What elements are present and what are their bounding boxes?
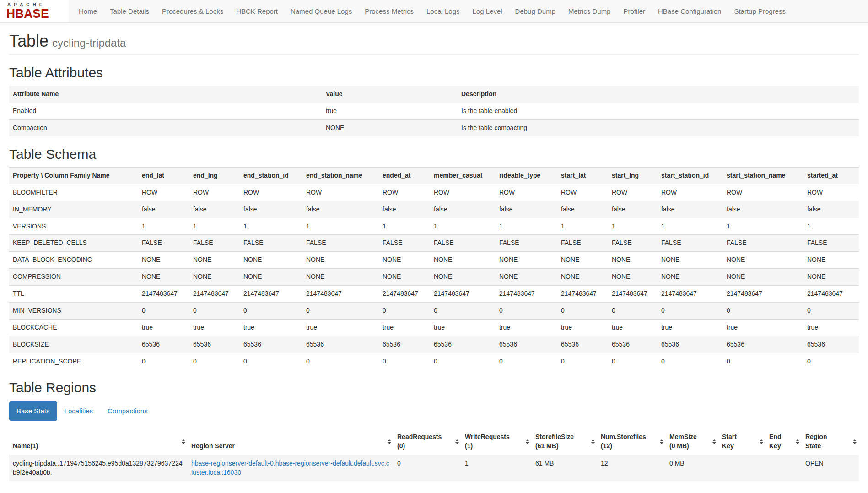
schema-value-cell: 1 [723, 218, 803, 235]
sort-down-arrow [796, 442, 799, 444]
region-server-cell: hbase-regionserver-default-0.hbase-regio… [188, 455, 394, 481]
nav-item-hbase-configuration[interactable]: HBase Configuration [652, 6, 728, 16]
regions-column-writerequests-1[interactable]: WriteRequests (1) [461, 429, 532, 455]
attribute-name-cell: Compaction [9, 119, 322, 136]
sort-up-arrow [182, 439, 185, 441]
schema-value-cell: 2147483647 [608, 286, 658, 303]
regions-column-label: Name(1) [13, 442, 38, 450]
nav-item-local-logs[interactable]: Local Logs [420, 6, 466, 16]
sort-down-arrow [660, 442, 663, 444]
regions-column-name-1[interactable]: Name(1) [9, 429, 188, 455]
table-row: COMPRESSIONNONENONENONENONENONENONENONEN… [9, 269, 859, 286]
sort-icon[interactable] [712, 439, 716, 444]
schema-value-cell: FALSE [658, 235, 723, 252]
nav-item-debug-dump[interactable]: Debug Dump [509, 6, 562, 16]
sort-icon[interactable] [591, 439, 595, 444]
table-row: EnabledtrueIs the table enabled [9, 103, 859, 119]
nav-item-process-metrics[interactable]: Process Metrics [358, 6, 420, 16]
table-row: VERSIONS111111111111 [9, 218, 859, 235]
nav-item-home[interactable]: Home [72, 6, 103, 16]
regions-column-readrequests-0[interactable]: ReadRequests (0) [394, 429, 461, 455]
regions-column-num-storefiles-12[interactable]: Num.Storefiles (12) [597, 429, 666, 455]
attribute-description-cell: Is the table enabled [458, 103, 859, 119]
schema-value-cell: 65536 [658, 336, 723, 353]
schema-value-cell: 65536 [138, 336, 189, 353]
sort-icon[interactable] [455, 439, 459, 444]
nav-item-procedures-locks[interactable]: Procedures & Locks [156, 6, 230, 16]
nav-menu: HomeTable DetailsProcedures & LocksHBCK … [72, 0, 792, 22]
schema-value-cell: 2147483647 [189, 286, 240, 303]
schema-value-cell: ROW [496, 184, 557, 201]
regions-column-label: WriteRequests (1) [465, 433, 510, 450]
page-title-text: Table [9, 32, 49, 50]
schema-value-cell: NONE [803, 252, 859, 269]
sort-icon[interactable] [388, 439, 391, 444]
nav-item-named-queue-logs[interactable]: Named Queue Logs [284, 6, 358, 16]
schema-value-cell: 0 [557, 353, 608, 370]
schema-value-cell: 0 [240, 303, 302, 320]
schema-value-cell: NONE [608, 269, 658, 286]
table-row: BLOOMFILTERROWROWROWROWROWROWROWROWROWRO… [9, 184, 859, 201]
schema-value-cell: FALSE [240, 235, 302, 252]
regions-column-region-state[interactable]: Region State [802, 429, 859, 455]
regions-column-start-key[interactable]: Start Key [718, 429, 766, 455]
nav-item-metrics-dump[interactable]: Metrics Dump [562, 6, 617, 16]
schema-header-row: Property \ Column Family Nameend_latend_… [9, 167, 859, 184]
schema-property-cell: MIN_VERSIONS [9, 303, 138, 320]
table-row: cycling-tripdata,,1719475156245.e95d0a13… [9, 455, 859, 481]
schema-value-cell: false [138, 201, 189, 218]
regions-column-label: Num.Storefiles (12) [601, 433, 646, 450]
tab-base-stats[interactable]: Base Stats [9, 401, 57, 420]
sort-icon[interactable] [660, 439, 663, 444]
attributes-column-attribute-name: Attribute Name [9, 86, 322, 103]
sort-icon[interactable] [796, 439, 799, 444]
schema-value-cell: true [430, 320, 496, 336]
schema-value-cell: 65536 [803, 336, 859, 353]
sort-icon[interactable] [182, 439, 185, 444]
schema-column-end-station-id: end_station_id [240, 167, 302, 184]
regions-column-region-server[interactable]: Region Server [188, 429, 394, 455]
sort-up-arrow [388, 439, 391, 441]
regions-column-storefilesize-61-mb[interactable]: StorefileSize (61 MB) [532, 429, 597, 455]
nav-item-startup-progress[interactable]: Startup Progress [728, 6, 792, 16]
schema-value-cell: NONE [496, 269, 557, 286]
schema-value-cell: 65536 [557, 336, 608, 353]
schema-column-end-station-name: end_station_name [302, 167, 379, 184]
schema-column-start-lat: start_lat [557, 167, 608, 184]
tab-localities[interactable]: Localities [57, 401, 101, 420]
region-server-link[interactable]: hbase-regionserver-default-0.hbase-regio… [191, 460, 389, 476]
schema-column-ended-at: ended_at [379, 167, 430, 184]
schema-property-cell: IN_MEMORY [9, 201, 138, 218]
schema-value-cell: 65536 [723, 336, 803, 353]
schema-property-cell: BLOCKCACHE [9, 320, 138, 336]
schema-value-cell: 0 [658, 303, 723, 320]
tab-compactions[interactable]: Compactions [100, 401, 155, 420]
schema-value-cell: 0 [723, 303, 803, 320]
schema-value-cell: 0 [138, 353, 189, 370]
page-header: Tablecycling-tripdata [9, 32, 859, 55]
sort-icon[interactable] [853, 439, 857, 444]
nav-item-table-details[interactable]: Table Details [103, 6, 156, 16]
schema-value-cell: FALSE [557, 235, 608, 252]
schema-value-cell: NONE [557, 252, 608, 269]
schema-value-cell: false [803, 201, 859, 218]
schema-value-cell: NONE [189, 269, 240, 286]
regions-column-label: Region Server [191, 442, 235, 450]
schema-heading: Table Schema [9, 146, 859, 162]
regions-column-end-key[interactable]: End Key [766, 429, 802, 455]
schema-value-cell: false [496, 201, 557, 218]
schema-value-cell: 2147483647 [138, 286, 189, 303]
schema-value-cell: 0 [138, 303, 189, 320]
regions-column-memsize-0-mb[interactable]: MemSize (0 MB) [666, 429, 718, 455]
schema-value-cell: NONE [240, 269, 302, 286]
table-row: TTL2147483647214748364721474836472147483… [9, 286, 859, 303]
schema-column-start-station-id: start_station_id [658, 167, 723, 184]
sort-icon[interactable] [526, 439, 529, 444]
nav-item-hbck-report[interactable]: HBCK Report [230, 6, 284, 16]
sort-down-arrow [182, 442, 185, 444]
nav-item-profiler[interactable]: Profiler [617, 6, 652, 16]
schema-column-start-lng: start_lng [608, 167, 658, 184]
apache-hbase-logo[interactable]: APACHE HBASE [0, 0, 69, 22]
sort-icon[interactable] [760, 439, 763, 444]
nav-item-log-level[interactable]: Log Level [466, 6, 509, 16]
